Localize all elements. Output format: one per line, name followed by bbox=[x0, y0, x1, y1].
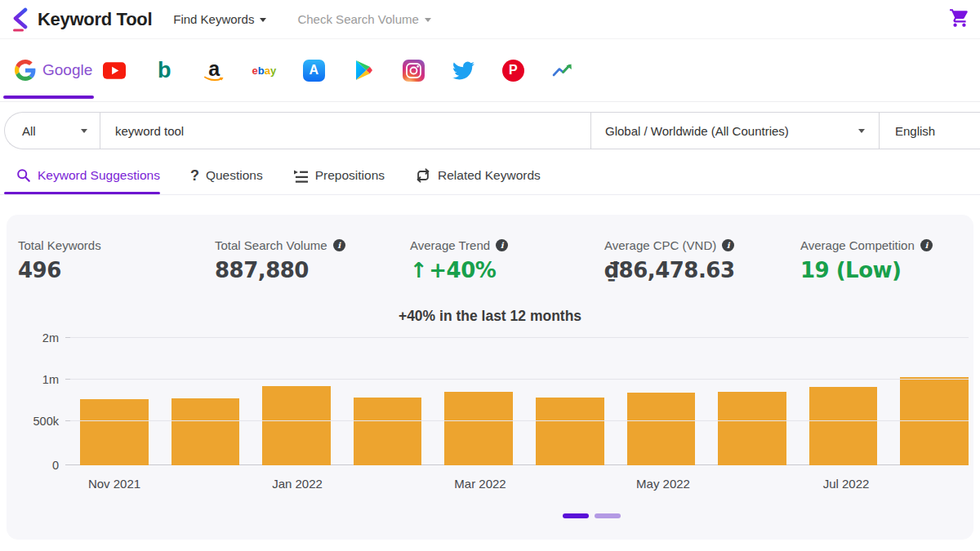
total-keywords-value: 496 bbox=[18, 258, 215, 282]
results-panel: Total Keywords 496 Total Search Volume i… bbox=[7, 215, 973, 540]
tab-questions[interactable]: ? Questions bbox=[190, 157, 263, 194]
stat-total-keywords: Total Keywords 496 bbox=[18, 238, 215, 282]
x-tick-label: Jan 2022 bbox=[272, 477, 323, 491]
stat-average-trend: Average Trend i ↑+40% bbox=[410, 238, 604, 282]
top-navbar: Keyword Tool Find Keywords Check Search … bbox=[0, 0, 980, 39]
menu-find-keywords[interactable]: Find Keywords bbox=[173, 12, 266, 26]
search-input[interactable] bbox=[100, 113, 590, 149]
y-tick-label: 1m bbox=[7, 372, 59, 387]
bar-dec-2021[interactable] bbox=[172, 398, 240, 465]
youtube-icon bbox=[103, 62, 126, 79]
stat-average-cpc: Average CPC (VND) i ₫86,478.63 bbox=[604, 238, 800, 282]
info-icon[interactable]: i bbox=[333, 239, 345, 251]
menu-check-search-volume[interactable]: Check Search Volume bbox=[297, 12, 430, 26]
platform-tab-bing[interactable]: b bbox=[153, 39, 176, 102]
platform-google-label: Google bbox=[42, 61, 92, 79]
bar-jun-2022[interactable] bbox=[718, 392, 786, 465]
platform-tab-amazon[interactable]: a bbox=[203, 39, 225, 102]
bar-apr-2022[interactable] bbox=[536, 398, 604, 465]
tab-related-keywords[interactable]: Related Keywords bbox=[415, 157, 541, 194]
cart-button[interactable] bbox=[949, 7, 970, 32]
stats-row: Total Keywords 496 Total Search Volume i… bbox=[7, 215, 973, 282]
average-cpc-value: ₫86,478.63 bbox=[604, 258, 800, 282]
keyword-tool-chevron-icon bbox=[11, 7, 30, 32]
platform-tab-google-play[interactable] bbox=[352, 39, 375, 102]
shopping-cart-icon bbox=[949, 7, 970, 29]
chevron-down-icon bbox=[425, 18, 431, 22]
ebay-icon: ebay bbox=[252, 64, 276, 77]
chevron-down-icon bbox=[260, 18, 266, 22]
x-axis-labels: Nov 2021Jan 2022Mar 2022May 2022Jul 2022 bbox=[7, 472, 973, 500]
average-competition-value: 19 (Low) bbox=[800, 258, 933, 282]
chevron-down-icon bbox=[81, 129, 87, 133]
chevron-down-icon bbox=[858, 129, 865, 133]
y-tick-mark bbox=[65, 379, 70, 380]
y-tick-mark bbox=[65, 337, 70, 338]
platform-tab-pinterest[interactable]: P bbox=[501, 39, 524, 102]
stat-average-competition: Average Competition i 19 (Low) bbox=[800, 238, 933, 282]
tab-prepositions[interactable]: Prepositions bbox=[293, 157, 385, 194]
active-tab-underline bbox=[4, 192, 160, 195]
question-icon: ? bbox=[190, 167, 199, 184]
brand-name: Keyword Tool bbox=[38, 9, 152, 30]
total-search-volume-value: 887,880 bbox=[215, 258, 410, 282]
bar-nov-2021[interactable] bbox=[80, 399, 149, 465]
stat-total-search-volume: Total Search Volume i 887,880 bbox=[215, 238, 410, 282]
bar-may-2022[interactable] bbox=[627, 393, 696, 465]
search-icon bbox=[16, 168, 31, 183]
google-play-icon bbox=[354, 60, 373, 81]
trends-icon bbox=[552, 62, 573, 78]
carousel-dot-1[interactable] bbox=[563, 513, 589, 518]
trend-bar-chart: 0500k1m2m bbox=[7, 332, 973, 465]
platform-tab-twitter[interactable] bbox=[452, 39, 474, 102]
twitter-icon bbox=[452, 61, 474, 80]
info-icon[interactable]: i bbox=[920, 239, 933, 251]
platform-tab-youtube[interactable] bbox=[103, 39, 126, 102]
y-tick-label: 2m bbox=[7, 331, 59, 345]
platform-tab-google[interactable]: Google bbox=[15, 39, 92, 102]
result-tabs: Keyword Suggestions ? Questions Preposit… bbox=[0, 157, 980, 195]
gridline bbox=[70, 337, 969, 338]
brand-logo[interactable]: Keyword Tool bbox=[11, 7, 152, 32]
location-select[interactable]: Global / Worldwide (All Countries) bbox=[590, 113, 879, 149]
platform-tab-instagram[interactable] bbox=[402, 39, 425, 102]
pinterest-icon: P bbox=[502, 60, 524, 82]
bing-icon: b bbox=[158, 60, 172, 82]
search-bar: All Global / Worldwide (All Countries) E… bbox=[4, 112, 980, 149]
y-tick-label: 0 bbox=[7, 458, 59, 473]
y-tick-label: 500k bbox=[7, 414, 59, 429]
tab-keyword-suggestions[interactable]: Keyword Suggestions bbox=[16, 157, 160, 194]
bars-container bbox=[70, 332, 969, 465]
y-tick-mark bbox=[65, 464, 70, 465]
bar-jan-2022[interactable] bbox=[262, 386, 331, 465]
x-tick-label: May 2022 bbox=[636, 477, 690, 491]
platform-tab-appstore[interactable]: A bbox=[302, 39, 325, 102]
language-select[interactable]: English bbox=[879, 113, 980, 149]
average-trend-value: ↑+40% bbox=[410, 258, 604, 282]
bar-feb-2022[interactable] bbox=[354, 398, 422, 465]
platform-tab-google-trends[interactable] bbox=[551, 39, 574, 102]
repeat-icon bbox=[415, 168, 431, 183]
app-store-icon: A bbox=[303, 60, 325, 82]
chart-title: +40% in the last 12 months bbox=[7, 308, 973, 325]
carousel-dots bbox=[563, 513, 621, 518]
active-platform-underline bbox=[3, 96, 94, 99]
top-menu: Find Keywords Check Search Volume bbox=[173, 12, 431, 26]
gridline bbox=[70, 379, 969, 380]
category-select[interactable]: All bbox=[5, 113, 100, 149]
gridline bbox=[70, 420, 969, 421]
info-icon[interactable]: i bbox=[722, 239, 734, 251]
trend-up-icon: ↑ bbox=[410, 258, 427, 282]
x-tick-label: Mar 2022 bbox=[454, 477, 506, 491]
prepositions-list-icon bbox=[293, 169, 309, 183]
bar-mar-2022[interactable] bbox=[444, 392, 513, 465]
bar-jul-2022[interactable] bbox=[809, 387, 878, 465]
x-tick-label: Jul 2022 bbox=[823, 477, 870, 491]
carousel-dot-2[interactable] bbox=[595, 513, 621, 518]
amazon-icon: a bbox=[204, 59, 224, 82]
x-tick-label: Nov 2021 bbox=[88, 477, 140, 491]
info-icon[interactable]: i bbox=[496, 239, 508, 251]
platform-tab-ebay[interactable]: ebay bbox=[252, 39, 275, 102]
google-g-icon bbox=[15, 60, 36, 81]
platform-tab-bar: Google b a ebay A bbox=[0, 39, 980, 102]
